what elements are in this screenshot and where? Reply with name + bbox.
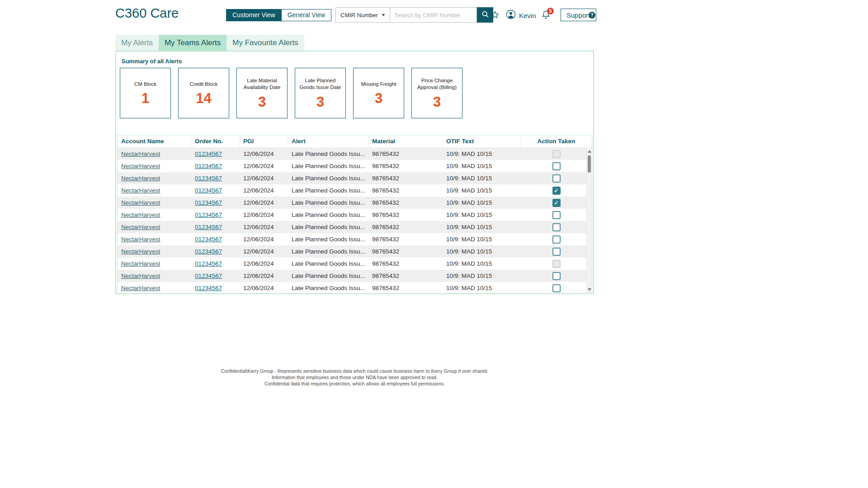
summary-card[interactable]: Missing Freight 3 [353, 68, 404, 118]
material-cell: 98765432 [368, 258, 443, 270]
action-taken-cell [521, 209, 592, 221]
account-name-cell: NectarHarvest [118, 209, 191, 221]
general-view-button[interactable]: General View [282, 9, 332, 21]
action-taken-checkbox[interactable] [552, 248, 561, 256]
order-no-cell: 01234567 [191, 233, 240, 245]
otif-text-cell: 10/9: MAD 10/15 [443, 184, 521, 197]
summary-card[interactable]: CM Block 1 [120, 68, 171, 118]
user-menu[interactable]: Kevin [506, 9, 536, 21]
order-no-link[interactable]: 01234567 [195, 285, 222, 291]
scroll-down-icon[interactable] [588, 288, 591, 291]
notifications-button[interactable]: 5 [541, 9, 551, 22]
summary-cards: CM Block 1 Credit Block 14 Late Material… [120, 68, 462, 118]
account-name-link[interactable]: NectarHarvest [121, 211, 160, 218]
account-name-cell: NectarHarvest [118, 148, 191, 160]
material-cell: 98765432 [368, 172, 443, 184]
scrollbar-thumb[interactable] [588, 155, 591, 173]
help-icon[interactable]: ? [589, 12, 595, 19]
action-taken-checkbox[interactable] [552, 284, 561, 292]
summary-card-label: Late Planned Goods Issue Date [297, 77, 344, 91]
summary-card[interactable]: Credit Block 14 [178, 68, 229, 118]
account-name-link[interactable]: NectarHarvest [121, 224, 160, 230]
account-name-link[interactable]: NectarHarvest [121, 199, 160, 206]
action-taken-checkbox[interactable] [552, 174, 561, 183]
account-name-link[interactable]: NectarHarvest [121, 272, 160, 279]
pgi-cell: 12/06/2024 [240, 184, 288, 197]
alert-cell: Late Planned Goods Issu... [288, 233, 368, 245]
order-no-link[interactable]: 01234567 [195, 175, 222, 182]
otif-text-cell: 10/9: MAD 10/15 [443, 258, 521, 270]
account-name-link[interactable]: NectarHarvest [121, 260, 160, 267]
customer-view-button[interactable]: Customer View [226, 9, 282, 21]
tab-my-favourite-alerts[interactable]: My Favourite Alerts [226, 35, 304, 51]
otif-text-cell: 10/9: MAD 10/15 [443, 221, 521, 233]
order-no-link[interactable]: 01234567 [195, 187, 222, 194]
material-cell: 98765432 [368, 221, 443, 233]
tab-my-teams-alerts[interactable]: My Teams Alerts [159, 35, 226, 51]
order-no-link[interactable]: 01234567 [195, 211, 222, 218]
confidentiality-footer: Confidential\Kerry Group - Represents se… [115, 369, 594, 388]
order-no-cell: 01234567 [191, 197, 240, 209]
action-taken-checkbox[interactable] [552, 187, 561, 195]
tab-my-alerts[interactable]: My Alerts [115, 35, 159, 51]
account-name-link[interactable]: NectarHarvest [121, 285, 160, 291]
table-row: NectarHarvest 01234567 12/06/2024 Late P… [118, 221, 592, 233]
action-taken-checkbox[interactable] [552, 211, 561, 219]
action-taken-checkbox[interactable] [552, 162, 561, 170]
order-no-link[interactable]: 01234567 [195, 260, 222, 267]
table-row: NectarHarvest 01234567 12/06/2024 Late P… [118, 184, 592, 197]
order-no-link[interactable]: 01234567 [195, 199, 222, 206]
alerts-table: Account Name Order No. PGI Alert Materia… [117, 135, 592, 294]
account-name-link[interactable]: NectarHarvest [121, 248, 160, 255]
pgi-cell: 12/06/2024 [240, 270, 288, 282]
alert-cell: Late Planned Goods Issu... [288, 209, 368, 221]
order-no-cell: 01234567 [191, 221, 240, 233]
account-name-cell: NectarHarvest [118, 221, 191, 233]
otif-text-cell: 10/9: MAD 10/15 [443, 197, 521, 209]
bell-icon [541, 14, 551, 21]
account-name-link[interactable]: NectarHarvest [121, 175, 160, 182]
summary-card[interactable]: Late Planned Goods Issue Date 3 [295, 68, 346, 118]
search-category-select[interactable]: CMIR Number [335, 7, 390, 23]
account-name-link[interactable]: NectarHarvest [121, 236, 160, 243]
action-taken-checkbox[interactable] [552, 260, 561, 268]
column-header-action-taken: Action Taken [521, 136, 592, 147]
otif-text-cell: 10/9: MAD 10/15 [443, 245, 521, 258]
account-name-link[interactable]: NectarHarvest [121, 187, 160, 194]
table-row: NectarHarvest 01234567 12/06/2024 Late P… [118, 270, 592, 282]
account-name-link[interactable]: NectarHarvest [121, 163, 160, 169]
alert-cell: Late Planned Goods Issu... [288, 221, 368, 233]
action-taken-checkbox[interactable] [552, 150, 561, 158]
action-taken-checkbox[interactable] [552, 223, 561, 231]
material-cell: 98765432 [368, 282, 443, 294]
table-row: NectarHarvest 01234567 12/06/2024 Late P… [118, 148, 592, 160]
order-no-link[interactable]: 01234567 [195, 248, 222, 255]
table-scrollbar[interactable] [586, 148, 592, 293]
order-no-link[interactable]: 01234567 [195, 163, 222, 169]
action-taken-cell [521, 160, 592, 172]
action-taken-cell [521, 270, 592, 282]
order-no-link[interactable]: 01234567 [195, 236, 222, 243]
material-cell: 98765432 [368, 270, 443, 282]
order-no-link[interactable]: 01234567 [195, 272, 222, 279]
order-no-link[interactable]: 01234567 [195, 150, 222, 157]
order-no-link[interactable]: 01234567 [195, 224, 222, 230]
table-row: NectarHarvest 01234567 12/06/2024 Late P… [118, 209, 592, 221]
summary-card-count: 14 [196, 91, 211, 105]
summary-card-count: 3 [316, 95, 324, 109]
favourites-button[interactable] [491, 10, 500, 21]
table-row: NectarHarvest 01234567 12/06/2024 Late P… [118, 172, 592, 184]
action-taken-cell [521, 184, 592, 197]
search-input[interactable] [390, 7, 477, 23]
action-taken-checkbox[interactable] [552, 235, 561, 244]
account-name-link[interactable]: NectarHarvest [121, 150, 160, 157]
action-taken-checkbox[interactable] [552, 199, 561, 207]
action-taken-checkbox[interactable] [552, 272, 561, 280]
scroll-up-icon[interactable] [588, 150, 591, 153]
table-row: NectarHarvest 01234567 12/06/2024 Late P… [118, 197, 592, 209]
summary-card[interactable]: Late Material Availability Date 3 [236, 68, 288, 118]
action-taken-cell [521, 172, 592, 184]
user-name: Kevin [519, 12, 536, 19]
summary-title: Summary of all Alerts [122, 58, 182, 65]
summary-card[interactable]: Price Change Approval (Billing) 3 [411, 68, 462, 118]
